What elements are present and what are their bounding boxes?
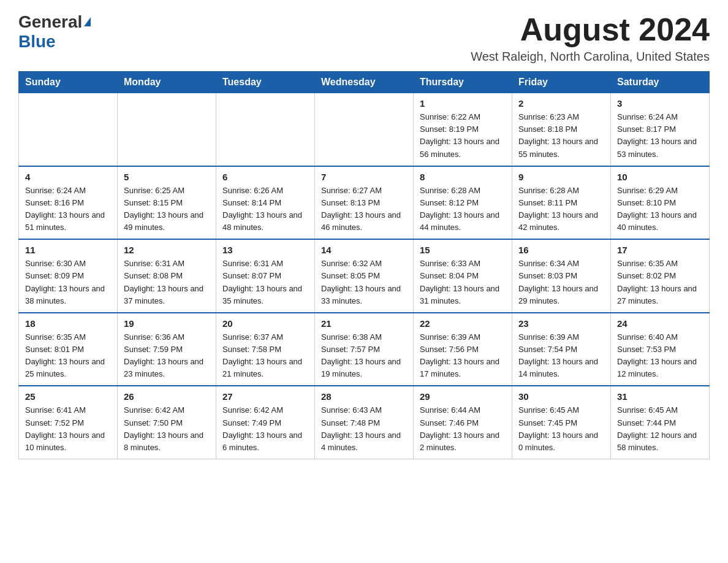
- day-number: 12: [124, 245, 210, 255]
- calendar-cell: [216, 93, 315, 166]
- calendar-cell: 6Sunrise: 6:26 AMSunset: 8:14 PMDaylight…: [216, 166, 315, 240]
- calendar-cell: [19, 93, 118, 166]
- day-number: 17: [617, 245, 703, 255]
- day-info: Sunrise: 6:37 AMSunset: 7:58 PMDaylight:…: [222, 331, 308, 381]
- day-number: 29: [420, 391, 506, 402]
- day-number: 6: [222, 172, 308, 182]
- day-number: 3: [617, 98, 703, 109]
- day-info: Sunrise: 6:32 AMSunset: 8:05 PMDaylight:…: [321, 258, 407, 307]
- day-number: 25: [25, 391, 111, 402]
- day-info: Sunrise: 6:40 AMSunset: 7:53 PMDaylight:…: [617, 331, 703, 381]
- calendar-cell: 13Sunrise: 6:31 AMSunset: 8:07 PMDayligh…: [216, 239, 315, 313]
- calendar-cell: 1Sunrise: 6:22 AMSunset: 8:19 PMDaylight…: [414, 93, 512, 166]
- calendar-cell: 26Sunrise: 6:42 AMSunset: 7:50 PMDayligh…: [118, 386, 216, 459]
- day-info: Sunrise: 6:34 AMSunset: 8:03 PMDaylight:…: [518, 258, 604, 307]
- day-info: Sunrise: 6:39 AMSunset: 7:54 PMDaylight:…: [518, 331, 604, 381]
- day-number: 7: [321, 172, 407, 182]
- calendar-cell: 31Sunrise: 6:45 AMSunset: 7:44 PMDayligh…: [611, 386, 710, 459]
- header-thursday: Thursday: [414, 72, 512, 93]
- day-number: 23: [518, 318, 604, 329]
- calendar-cell: 7Sunrise: 6:27 AMSunset: 8:13 PMDaylight…: [315, 166, 414, 240]
- calendar-week-row: 11Sunrise: 6:30 AMSunset: 8:09 PMDayligh…: [19, 239, 710, 313]
- logo-triangle-icon: [84, 17, 91, 26]
- calendar-week-row: 18Sunrise: 6:35 AMSunset: 8:01 PMDayligh…: [19, 313, 710, 386]
- day-number: 11: [25, 245, 111, 255]
- day-info: Sunrise: 6:36 AMSunset: 7:59 PMDaylight:…: [124, 331, 210, 381]
- day-info: Sunrise: 6:25 AMSunset: 8:15 PMDaylight:…: [124, 185, 210, 234]
- day-number: 22: [420, 318, 506, 329]
- calendar-cell: [315, 93, 414, 166]
- calendar-cell: 10Sunrise: 6:29 AMSunset: 8:10 PMDayligh…: [611, 166, 710, 240]
- logo: General Blue: [18, 12, 91, 52]
- day-info: Sunrise: 6:35 AMSunset: 8:02 PMDaylight:…: [617, 258, 703, 307]
- calendar-cell: 21Sunrise: 6:38 AMSunset: 7:57 PMDayligh…: [315, 313, 414, 386]
- header-tuesday: Tuesday: [216, 72, 315, 93]
- calendar-cell: 25Sunrise: 6:41 AMSunset: 7:52 PMDayligh…: [19, 386, 118, 459]
- day-info: Sunrise: 6:43 AMSunset: 7:48 PMDaylight:…: [321, 404, 407, 454]
- day-number: 4: [25, 172, 111, 182]
- calendar-cell: 18Sunrise: 6:35 AMSunset: 8:01 PMDayligh…: [19, 313, 118, 386]
- calendar-week-row: 1Sunrise: 6:22 AMSunset: 8:19 PMDaylight…: [19, 93, 710, 166]
- day-info: Sunrise: 6:31 AMSunset: 8:08 PMDaylight:…: [124, 258, 210, 307]
- day-info: Sunrise: 6:24 AMSunset: 8:16 PMDaylight:…: [25, 185, 111, 234]
- logo-blue-text: Blue: [18, 32, 56, 51]
- calendar-cell: 4Sunrise: 6:24 AMSunset: 8:16 PMDaylight…: [19, 166, 118, 240]
- day-number: 13: [222, 245, 308, 255]
- day-info: Sunrise: 6:33 AMSunset: 8:04 PMDaylight:…: [420, 258, 506, 307]
- header-friday: Friday: [512, 72, 611, 93]
- day-number: 24: [617, 318, 703, 329]
- day-info: Sunrise: 6:27 AMSunset: 8:13 PMDaylight:…: [321, 185, 407, 234]
- day-number: 28: [321, 391, 407, 402]
- day-info: Sunrise: 6:22 AMSunset: 8:19 PMDaylight:…: [420, 111, 506, 161]
- calendar-cell: 15Sunrise: 6:33 AMSunset: 8:04 PMDayligh…: [414, 239, 512, 313]
- day-number: 21: [321, 318, 407, 329]
- day-number: 26: [124, 391, 210, 402]
- day-info: Sunrise: 6:41 AMSunset: 7:52 PMDaylight:…: [25, 404, 111, 454]
- day-info: Sunrise: 6:42 AMSunset: 7:50 PMDaylight:…: [124, 404, 210, 454]
- day-number: 31: [617, 391, 703, 402]
- calendar-cell: 11Sunrise: 6:30 AMSunset: 8:09 PMDayligh…: [19, 239, 118, 313]
- day-number: 8: [420, 172, 506, 182]
- location-subtitle: West Raleigh, North Carolina, United Sta…: [471, 50, 710, 64]
- calendar-cell: 14Sunrise: 6:32 AMSunset: 8:05 PMDayligh…: [315, 239, 414, 313]
- calendar-cell: 3Sunrise: 6:24 AMSunset: 8:17 PMDaylight…: [611, 93, 710, 166]
- day-number: 14: [321, 245, 407, 255]
- day-info: Sunrise: 6:23 AMSunset: 8:18 PMDaylight:…: [518, 111, 604, 161]
- calendar-cell: 30Sunrise: 6:45 AMSunset: 7:45 PMDayligh…: [512, 386, 611, 459]
- page-header: General Blue August 2024 West Raleigh, N…: [18, 12, 710, 64]
- day-info: Sunrise: 6:45 AMSunset: 7:44 PMDaylight:…: [617, 404, 703, 454]
- calendar-cell: 9Sunrise: 6:28 AMSunset: 8:11 PMDaylight…: [512, 166, 611, 240]
- day-info: Sunrise: 6:39 AMSunset: 7:56 PMDaylight:…: [420, 331, 506, 381]
- day-number: 5: [124, 172, 210, 182]
- day-info: Sunrise: 6:45 AMSunset: 7:45 PMDaylight:…: [518, 404, 604, 454]
- calendar-cell: 17Sunrise: 6:35 AMSunset: 8:02 PMDayligh…: [611, 239, 710, 313]
- calendar-cell: 24Sunrise: 6:40 AMSunset: 7:53 PMDayligh…: [611, 313, 710, 386]
- calendar-cell: 22Sunrise: 6:39 AMSunset: 7:56 PMDayligh…: [414, 313, 512, 386]
- header-monday: Monday: [118, 72, 216, 93]
- header-sunday: Sunday: [19, 72, 118, 93]
- calendar-cell: 5Sunrise: 6:25 AMSunset: 8:15 PMDaylight…: [118, 166, 216, 240]
- day-info: Sunrise: 6:42 AMSunset: 7:49 PMDaylight:…: [222, 404, 308, 454]
- day-number: 16: [518, 245, 604, 255]
- calendar-cell: [118, 93, 216, 166]
- day-number: 10: [617, 172, 703, 182]
- calendar-cell: 29Sunrise: 6:44 AMSunset: 7:46 PMDayligh…: [414, 386, 512, 459]
- day-info: Sunrise: 6:29 AMSunset: 8:10 PMDaylight:…: [617, 185, 703, 234]
- header-saturday: Saturday: [611, 72, 710, 93]
- day-info: Sunrise: 6:44 AMSunset: 7:46 PMDaylight:…: [420, 404, 506, 454]
- day-number: 18: [25, 318, 111, 329]
- day-number: 27: [222, 391, 308, 402]
- calendar-table: Sunday Monday Tuesday Wednesday Thursday…: [18, 71, 710, 459]
- day-number: 30: [518, 391, 604, 402]
- day-number: 20: [222, 318, 308, 329]
- day-number: 9: [518, 172, 604, 182]
- calendar-cell: 20Sunrise: 6:37 AMSunset: 7:58 PMDayligh…: [216, 313, 315, 386]
- calendar-header-row: Sunday Monday Tuesday Wednesday Thursday…: [19, 72, 710, 93]
- day-info: Sunrise: 6:30 AMSunset: 8:09 PMDaylight:…: [25, 258, 111, 307]
- day-number: 15: [420, 245, 506, 255]
- calendar-cell: 12Sunrise: 6:31 AMSunset: 8:08 PMDayligh…: [118, 239, 216, 313]
- calendar-cell: 28Sunrise: 6:43 AMSunset: 7:48 PMDayligh…: [315, 386, 414, 459]
- day-number: 19: [124, 318, 210, 329]
- day-info: Sunrise: 6:24 AMSunset: 8:17 PMDaylight:…: [617, 111, 703, 161]
- calendar-cell: 2Sunrise: 6:23 AMSunset: 8:18 PMDaylight…: [512, 93, 611, 166]
